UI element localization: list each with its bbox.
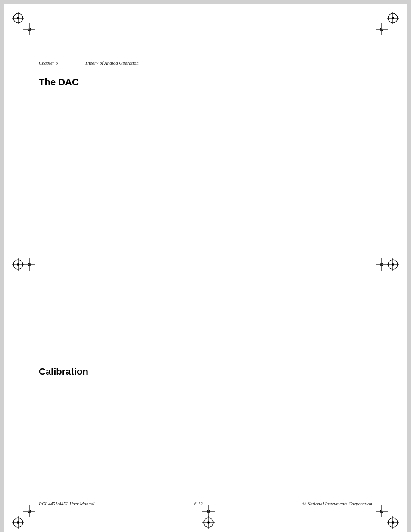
footer-right: © National Instruments Corporation xyxy=(302,501,372,506)
svg-point-38 xyxy=(207,521,210,524)
reg-mark-mr-inner xyxy=(376,258,388,271)
reg-mark-bc-right xyxy=(202,505,215,517)
svg-point-31 xyxy=(17,521,19,524)
heading-dac: The DAC xyxy=(39,77,79,88)
header-chapter-title: Theory of Analog Operation xyxy=(85,60,139,65)
svg-point-3 xyxy=(17,17,19,19)
svg-point-45 xyxy=(392,521,394,524)
page-header: Chapter 6 Theory of Analog Operation xyxy=(39,60,372,65)
reg-mark-br-inner xyxy=(376,505,388,517)
svg-point-10 xyxy=(392,17,394,19)
reg-mark-mr-outer xyxy=(387,258,399,271)
reg-mark-ml-outer xyxy=(12,258,24,271)
page-footer: PCI-4451/4452 User Manual 6-12 © Nationa… xyxy=(39,501,372,506)
reg-mark-bc-left xyxy=(202,516,215,529)
footer-center: 6-12 xyxy=(194,501,203,506)
header-chapter: Chapter 6 xyxy=(39,60,58,65)
reg-mark-tl-inner xyxy=(23,23,35,35)
reg-mark-tr-inner xyxy=(376,23,388,35)
heading-dac-text: The DAC xyxy=(39,77,79,87)
svg-point-17 xyxy=(17,263,19,266)
reg-mark-br-outer xyxy=(387,516,399,529)
reg-mark-ml-inner xyxy=(23,258,35,271)
reg-mark-tl-outer xyxy=(12,12,24,24)
reg-mark-bl-inner xyxy=(23,505,35,517)
svg-point-24 xyxy=(392,263,394,266)
heading-calibration: Calibration xyxy=(39,366,88,377)
reg-mark-bl-outer xyxy=(12,516,24,529)
footer-left: PCI-4451/4452 User Manual xyxy=(39,501,95,506)
heading-calibration-text: Calibration xyxy=(39,366,88,377)
reg-mark-tr-outer xyxy=(387,12,399,24)
